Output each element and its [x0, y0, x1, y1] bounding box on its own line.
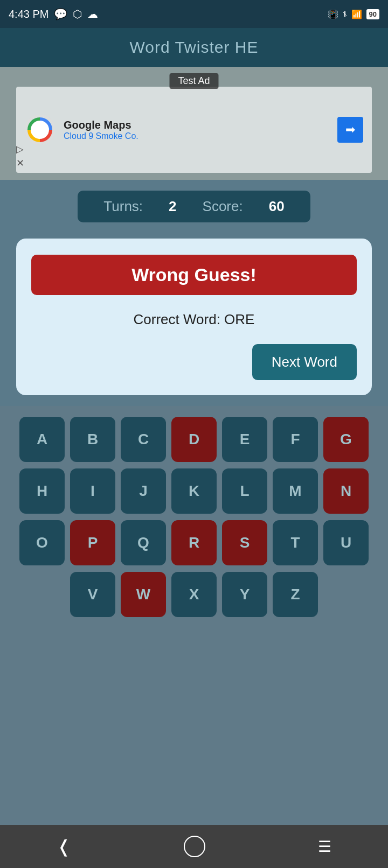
ad-company: Google Maps	[64, 119, 329, 131]
ad-controls: ▷ ✕	[16, 143, 24, 169]
key-B[interactable]: B	[70, 417, 115, 462]
status-bar-left: 4:43 PM 💬 ⬡ ☁	[9, 8, 98, 20]
key-K[interactable]: K	[171, 468, 217, 514]
test-ad-label: Test Ad	[169, 73, 218, 89]
turns-value: 2	[169, 198, 176, 215]
key-L[interactable]: L	[222, 468, 267, 514]
ad-text: Google Maps Cloud 9 Smoke Co.	[64, 119, 329, 141]
key-M[interactable]: M	[273, 468, 318, 514]
bottom-nav: ❬ ☰	[0, 825, 388, 868]
keyboard-container: A B C D E F G H I J K L M N O P Q R S T …	[0, 406, 388, 825]
key-Y[interactable]: Y	[222, 572, 267, 617]
key-N[interactable]: N	[323, 468, 369, 514]
app-header: Word Twister HE	[0, 28, 388, 67]
signal-icon: ⫮	[343, 9, 347, 19]
status-bar-right: 📳 ⫮ 📶 90	[328, 9, 379, 19]
keyboard-row-1: A B C D E F G	[19, 417, 369, 462]
key-V[interactable]: V	[70, 572, 115, 617]
key-P[interactable]: P	[70, 520, 115, 565]
key-I[interactable]: I	[70, 468, 115, 514]
key-W[interactable]: W	[121, 572, 166, 617]
keyboard-row-2: H I J K L M N	[19, 468, 369, 514]
next-word-button[interactable]: Next Word	[252, 344, 357, 380]
ad-content[interactable]: Google Maps Cloud 9 Smoke Co. ➡	[16, 87, 372, 173]
wrong-guess-banner: Wrong Guess!	[31, 255, 357, 295]
dialog-container: Wrong Guess! Correct Word: ORE Next Word	[0, 228, 388, 406]
key-C[interactable]: C	[121, 417, 166, 462]
key-S[interactable]: S	[222, 520, 267, 565]
vibrate-icon: 📳	[328, 9, 338, 19]
score-bar: Turns: 2 Score: 60	[0, 180, 388, 228]
key-O[interactable]: O	[19, 520, 65, 565]
turns-label: Turns:	[103, 198, 143, 215]
cloud-icon: ☁	[87, 8, 98, 20]
dialog: Wrong Guess! Correct Word: ORE Next Word	[16, 239, 372, 395]
svg-point-1	[37, 127, 43, 133]
keyboard-row-3: O P Q R S T U	[19, 520, 369, 565]
ad-banner: Test Ad Google Maps Cloud 9 Smoke Co. ➡ …	[0, 67, 388, 180]
key-F[interactable]: F	[273, 417, 318, 462]
key-G[interactable]: G	[323, 417, 369, 462]
time-display: 4:43 PM	[9, 8, 48, 20]
back-nav-icon[interactable]: ❬	[57, 836, 71, 857]
ad-play-icon: ▷	[16, 143, 24, 155]
key-E[interactable]: E	[222, 417, 267, 462]
whatsapp-icon: 💬	[54, 8, 67, 20]
wifi-icon: 📶	[351, 9, 362, 19]
key-X[interactable]: X	[171, 572, 217, 617]
keyboard-row-4: V W X Y Z	[70, 572, 318, 617]
app-title: Word Twister HE	[130, 38, 259, 57]
key-H[interactable]: H	[19, 468, 65, 514]
ad-logo	[25, 115, 55, 145]
wrong-guess-text: Wrong Guess!	[131, 264, 257, 285]
score-label: Score:	[203, 198, 243, 215]
key-Z[interactable]: Z	[273, 572, 318, 617]
score-value: 60	[269, 198, 285, 215]
key-T[interactable]: T	[273, 520, 318, 565]
key-J[interactable]: J	[121, 468, 166, 514]
ad-nav-icon: ➡	[337, 117, 363, 143]
usb-icon: ⬡	[73, 8, 82, 20]
ad-close-icon: ✕	[16, 157, 24, 169]
battery-display: 90	[366, 9, 379, 19]
ad-subtitle: Cloud 9 Smoke Co.	[64, 131, 329, 141]
key-D[interactable]: D	[171, 417, 217, 462]
menu-nav-icon[interactable]: ☰	[318, 838, 331, 856]
home-nav-icon[interactable]	[184, 836, 205, 857]
key-U[interactable]: U	[323, 520, 369, 565]
key-Q[interactable]: Q	[121, 520, 166, 565]
key-A[interactable]: A	[19, 417, 65, 462]
status-bar: 4:43 PM 💬 ⬡ ☁ 📳 ⫮ 📶 90	[0, 0, 388, 28]
key-R[interactable]: R	[171, 520, 217, 565]
next-word-row: Next Word	[31, 344, 357, 380]
score-box: Turns: 2 Score: 60	[78, 191, 310, 222]
correct-word-text: Correct Word: ORE	[31, 306, 357, 333]
